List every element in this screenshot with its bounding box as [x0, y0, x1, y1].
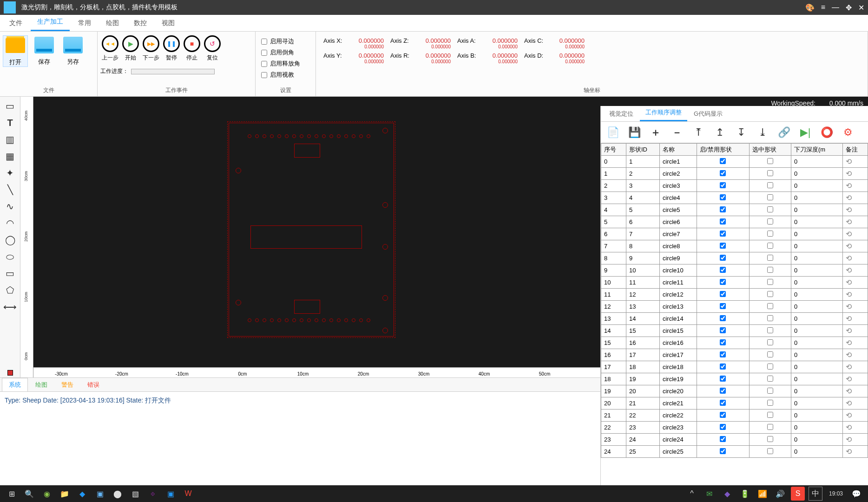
save-icon[interactable]: 💾: [626, 124, 643, 141]
check-1[interactable]: 启用倒角: [261, 48, 310, 57]
row-action-icon[interactable]: ⟲: [842, 252, 868, 264]
select-check[interactable]: [767, 279, 773, 285]
table-header[interactable]: 形状ID: [626, 144, 659, 156]
enable-check[interactable]: [720, 218, 726, 225]
menu-tab-4[interactable]: 数控: [127, 15, 153, 31]
transport-btn-0[interactable]: 上一步: [100, 35, 120, 62]
enable-check[interactable]: [720, 327, 726, 333]
table-header[interactable]: 下刀深度(m: [791, 144, 842, 156]
menu-tab-2[interactable]: 常用: [72, 15, 98, 31]
select-check[interactable]: [767, 400, 773, 406]
enable-check[interactable]: [720, 182, 726, 188]
link-icon[interactable]: 🔗: [776, 124, 792, 141]
search-icon[interactable]: 🔍: [22, 487, 36, 501]
row-action-icon[interactable]: ⟲: [842, 180, 868, 192]
table-row[interactable]: 1314circle140⟲: [601, 313, 868, 325]
barcode-tool[interactable]: ▥: [2, 132, 18, 147]
menu-tab-3[interactable]: 绘图: [99, 15, 125, 31]
app2-icon[interactable]: ◆: [75, 487, 89, 501]
enable-check[interactable]: [720, 424, 726, 430]
table-row[interactable]: 1516circle160⟲: [601, 337, 868, 349]
select-check[interactable]: [767, 194, 773, 200]
menu-tab-5[interactable]: 视图: [155, 15, 181, 31]
table-row[interactable]: 89circle90⟲: [601, 252, 868, 264]
enable-check[interactable]: [720, 158, 726, 164]
goto-icon[interactable]: ▶|: [797, 124, 814, 141]
table-row[interactable]: 1415circle150⟲: [601, 325, 868, 337]
check-3[interactable]: 启用视教: [261, 71, 310, 79]
rp-tab-0[interactable]: 视觉定位: [604, 106, 639, 121]
check-0[interactable]: 启用寻边: [261, 37, 310, 46]
select-check[interactable]: [767, 291, 773, 297]
row-action-icon[interactable]: ⟲: [842, 216, 868, 228]
table-header[interactable]: 名称: [659, 144, 697, 156]
table-row[interactable]: 1112circle120⟲: [601, 289, 868, 301]
enable-check[interactable]: [720, 206, 726, 212]
enable-check[interactable]: [720, 376, 726, 382]
maximize-icon[interactable]: ✥: [846, 3, 852, 12]
select-check[interactable]: [767, 339, 773, 345]
new-file-icon[interactable]: 📄: [605, 124, 621, 141]
table-row[interactable]: 1718circle180⟲: [601, 361, 868, 373]
select-check[interactable]: [767, 436, 773, 442]
select-check[interactable]: [767, 303, 773, 309]
measure-tool[interactable]: ⟷: [2, 299, 18, 314]
remove-icon[interactable]: －: [669, 124, 685, 141]
row-action-icon[interactable]: ⟲: [842, 277, 868, 289]
enable-check[interactable]: [720, 400, 726, 406]
file-btn-打开[interactable]: 打开: [3, 35, 28, 67]
tray-notification-icon[interactable]: 💬: [849, 487, 863, 501]
enable-check[interactable]: [720, 231, 726, 237]
table-row[interactable]: 1819circle190⟲: [601, 373, 868, 385]
rp-tab-2[interactable]: G代码显示: [688, 106, 728, 121]
row-action-icon[interactable]: ⟲: [842, 301, 868, 313]
row-action-icon[interactable]: ⟲: [842, 264, 868, 277]
app1-icon[interactable]: ◉: [40, 487, 54, 501]
row-action-icon[interactable]: ⟲: [842, 397, 868, 410]
transport-btn-2[interactable]: 下一步: [141, 35, 161, 62]
select-check[interactable]: [767, 351, 773, 357]
row-action-icon[interactable]: ⟲: [842, 385, 868, 397]
tray-ime-icon[interactable]: 中: [809, 487, 822, 501]
move-top-icon[interactable]: ⤒: [690, 124, 707, 141]
row-action-icon[interactable]: ⟲: [842, 422, 868, 434]
app7-icon[interactable]: ▣: [164, 487, 178, 501]
palette-icon[interactable]: 🎨: [805, 3, 815, 12]
select-check[interactable]: [767, 376, 773, 382]
table-row[interactable]: 2122circle220⟲: [601, 410, 868, 422]
polygon-tool[interactable]: ⬠: [2, 283, 18, 297]
row-action-icon[interactable]: ⟲: [842, 156, 868, 168]
table-row[interactable]: 1920circle200⟲: [601, 385, 868, 397]
row-action-icon[interactable]: ⟲: [842, 373, 868, 385]
curve-tool[interactable]: ∿: [2, 199, 18, 214]
explorer-icon[interactable]: 📁: [58, 487, 72, 501]
row-action-icon[interactable]: ⟲: [842, 349, 868, 361]
table-row[interactable]: 2021circle210⟲: [601, 397, 868, 410]
enable-check[interactable]: [720, 279, 726, 285]
select-check[interactable]: [767, 243, 773, 249]
start-icon[interactable]: ⊞: [5, 487, 19, 501]
table-row[interactable]: 34circle40⟲: [601, 192, 868, 204]
enable-check[interactable]: [720, 388, 726, 394]
enable-check[interactable]: [720, 243, 726, 249]
row-action-icon[interactable]: ⟲: [842, 446, 868, 458]
table-row[interactable]: 67circle70⟲: [601, 228, 868, 240]
qr-tool[interactable]: ▦: [2, 149, 18, 164]
menu-tab-0[interactable]: 文件: [3, 15, 29, 31]
table-header[interactable]: 备注: [842, 144, 868, 156]
menu-icon[interactable]: ≡: [821, 3, 825, 12]
transport-btn-1[interactable]: 开始: [121, 35, 140, 62]
row-action-icon[interactable]: ⟲: [842, 228, 868, 240]
log-tab-2[interactable]: 警告: [55, 378, 80, 391]
row-action-icon[interactable]: ⟲: [842, 204, 868, 216]
enable-check[interactable]: [720, 412, 726, 418]
enable-check[interactable]: [720, 351, 726, 357]
move-up-icon[interactable]: ↥: [711, 124, 728, 141]
select-check[interactable]: [767, 182, 773, 188]
transport-btn-3[interactable]: 暂停: [162, 35, 181, 62]
tray-battery-icon[interactable]: 🔋: [738, 487, 752, 501]
table-row[interactable]: 45circle50⟲: [601, 204, 868, 216]
enable-check[interactable]: [720, 194, 726, 200]
select-check[interactable]: [767, 231, 773, 237]
enable-check[interactable]: [720, 170, 726, 176]
